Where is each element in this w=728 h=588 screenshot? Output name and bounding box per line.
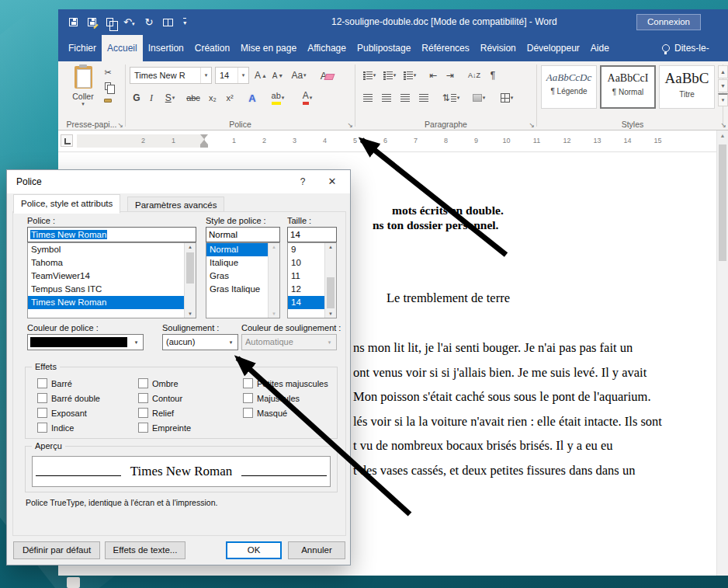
align-center-button[interactable]: [379, 89, 394, 106]
font-list-item[interactable]: Tempus Sans ITC: [28, 283, 184, 296]
save-icon[interactable]: [69, 18, 78, 26]
font-size-list[interactable]: 910111214 ▲ ▼: [287, 242, 337, 318]
font-size-list-item[interactable]: 11: [288, 270, 324, 283]
chevron-down-icon[interactable]: ▾: [483, 95, 486, 101]
align-left-button[interactable]: [360, 89, 376, 106]
grow-font-button[interactable]: A▲: [252, 67, 269, 84]
increase-indent-button[interactable]: ⇥: [442, 67, 458, 84]
print-preview-icon[interactable]: [163, 19, 173, 26]
tab-font-attributes[interactable]: Police, style et attributs: [13, 194, 120, 214]
save-as-icon[interactable]: [88, 18, 96, 26]
highlight-button[interactable]: ab▾: [265, 89, 290, 106]
chevron-down-icon[interactable]: ▾: [414, 72, 417, 78]
style-card-titre[interactable]: AaBbC Titre: [659, 65, 715, 109]
checkbox-icon[interactable]: [138, 378, 148, 388]
justify-button[interactable]: [416, 89, 432, 106]
font-list[interactable]: SymbolTahomaTeamViewer14Tempus Sans ITCT…: [27, 242, 196, 318]
chevron-down-icon[interactable]: ▾: [457, 95, 460, 101]
copy-button[interactable]: [100, 80, 116, 92]
ribbon-tab[interactable]: Publipostage: [352, 35, 416, 61]
decrease-indent-button[interactable]: ⇤: [425, 67, 441, 84]
pages-icon[interactable]: [106, 18, 113, 26]
chevron-down-icon[interactable]: ▾: [200, 68, 211, 83]
chevron-down-icon[interactable]: ▾: [130, 336, 142, 349]
effect-checkbox[interactable]: Relief: [138, 405, 191, 420]
font-size-list-item[interactable]: 9: [288, 243, 324, 256]
font-style-list[interactable]: NormalItaliqueGrasGras Italique ▲ ▼: [206, 242, 280, 318]
font-color-button[interactable]: A▾: [295, 89, 320, 106]
styles-gallery-up-icon[interactable]: ▲: [718, 65, 728, 78]
checkbox-icon[interactable]: [37, 393, 47, 403]
font-list-scrollbar[interactable]: ▲ ▼: [184, 243, 196, 318]
font-name-combo[interactable]: Times New R ▾: [130, 67, 212, 84]
scroll-up-icon[interactable]: ▲: [185, 245, 196, 249]
underline-button[interactable]: S▾: [159, 89, 181, 106]
help-icon[interactable]: ?: [289, 170, 316, 193]
font-size-list-scrollbar[interactable]: ▲ ▼: [324, 243, 336, 318]
tell-me-search[interactable]: Dites-le-: [662, 35, 709, 61]
checkbox-icon[interactable]: [138, 408, 148, 418]
style-card-legende[interactable]: AaBbCcDc ¶ Légende: [541, 65, 597, 109]
font-style-list-item[interactable]: Gras: [206, 270, 268, 283]
effect-checkbox[interactable]: Indice: [37, 420, 100, 435]
sign-in-button[interactable]: Connexion: [636, 14, 701, 30]
effect-checkbox[interactable]: Masqué: [243, 405, 328, 420]
scrollbar-thumb[interactable]: [719, 144, 726, 261]
effect-checkbox[interactable]: Majuscules: [243, 391, 328, 405]
shrink-font-button[interactable]: A▼: [270, 67, 286, 84]
redo-icon[interactable]: ↻: [144, 17, 153, 27]
format-painter-button[interactable]: [100, 94, 116, 106]
ribbon-tab[interactable]: Insertion: [143, 35, 189, 61]
chevron-down-icon[interactable]: ▾: [393, 72, 397, 78]
paste-button[interactable]: Coller ▾: [66, 66, 100, 114]
font-style-list-item[interactable]: Normal: [206, 243, 268, 256]
ribbon-tab[interactable]: Fichier: [63, 35, 102, 61]
line-spacing-button[interactable]: ⇅▾: [439, 89, 463, 106]
ribbon-tab[interactable]: Développeur: [522, 35, 585, 61]
font-style-list-item[interactable]: Italique: [206, 256, 268, 270]
styles-gallery-down-icon[interactable]: ▼: [718, 79, 728, 92]
effect-checkbox[interactable]: Ombre: [138, 376, 191, 391]
chevron-down-icon[interactable]: ▾: [373, 72, 376, 78]
cancel-button[interactable]: Annuler: [288, 541, 345, 559]
align-right-button[interactable]: [397, 89, 413, 106]
checkbox-icon[interactable]: [243, 393, 253, 403]
first-line-indent-marker[interactable]: [200, 134, 208, 139]
ribbon-tab[interactable]: Aide: [585, 35, 615, 61]
undo-icon[interactable]: ↶▾: [123, 17, 134, 27]
checkbox-icon[interactable]: [138, 423, 148, 433]
show-paragraph-marks-button[interactable]: ¶: [486, 67, 500, 84]
styles-dialog-launcher-icon[interactable]: ↘: [720, 122, 726, 129]
set-default-button[interactable]: Définir par défaut: [13, 541, 100, 559]
clipboard-dialog-launcher-icon[interactable]: ↘: [117, 122, 123, 129]
checkbox-icon[interactable]: [243, 408, 253, 418]
clear-formatting-button[interactable]: A: [314, 67, 333, 84]
paragraph-dialog-launcher-icon[interactable]: ↘: [529, 122, 535, 129]
effect-checkbox[interactable]: Exposant: [37, 405, 100, 420]
font-size-input[interactable]: 14: [287, 227, 337, 242]
close-icon[interactable]: ✕: [317, 170, 347, 193]
scrollbar-thumb[interactable]: [327, 277, 335, 308]
styles-gallery-more-icon[interactable]: ▾: [718, 93, 728, 106]
cut-button[interactable]: ✂: [100, 66, 116, 78]
effect-checkbox[interactable]: Contour: [138, 391, 191, 405]
customize-qat-icon[interactable]: ▾: [183, 18, 186, 26]
effect-checkbox[interactable]: Petites majuscules: [243, 376, 328, 391]
checkbox-icon[interactable]: [37, 378, 47, 388]
ok-button[interactable]: OK: [226, 541, 282, 559]
italic-button[interactable]: I: [145, 89, 158, 106]
scroll-up-icon[interactable]: ▲: [325, 245, 336, 249]
chevron-down-icon[interactable]: ▾: [282, 95, 285, 101]
left-indent-marker[interactable]: [200, 144, 208, 148]
scroll-down-icon[interactable]: ▼: [325, 311, 336, 316]
font-list-item[interactable]: TeamViewer14: [28, 270, 184, 283]
scroll-down-icon[interactable]: ▼: [185, 311, 196, 316]
font-style-list-item[interactable]: Gras Italique: [206, 283, 268, 296]
checkbox-icon[interactable]: [243, 378, 253, 388]
strikethrough-button[interactable]: abc: [183, 89, 203, 106]
ribbon-tab[interactable]: Affichage: [302, 35, 352, 61]
ribbon-tab[interactable]: Création: [189, 35, 235, 61]
font-list-item[interactable]: Tahoma: [28, 256, 184, 270]
ribbon-tab[interactable]: Accueil: [102, 35, 143, 61]
chevron-down-icon[interactable]: ▾: [237, 68, 248, 83]
